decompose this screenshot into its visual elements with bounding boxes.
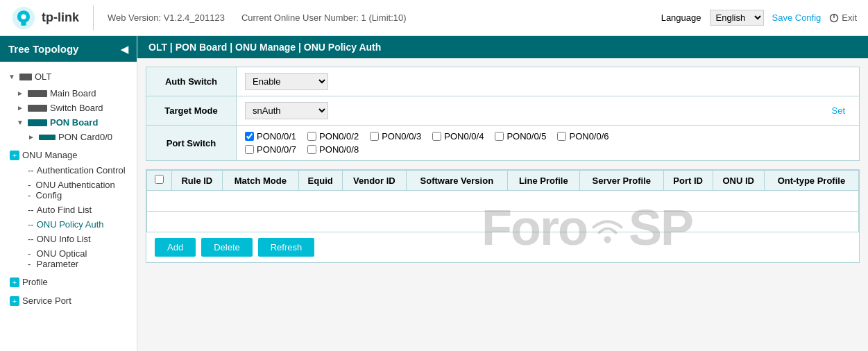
profile-label: Profile [22, 277, 48, 287]
nav-item-auto-find[interactable]: -- Auto Find List [14, 203, 134, 217]
auth-switch-label: Auth Switch [146, 67, 237, 96]
empty-cell [147, 212, 859, 232]
olt-label: OLT [35, 71, 51, 82]
expand-icon-main-board: ► [17, 89, 25, 97]
onu-manage-group: + ONU Manage -- Authentication Control -… [3, 147, 134, 271]
port-check-pon001[interactable]: PON0/0/1 [245, 131, 296, 142]
collapse-icon[interactable]: ◀ [121, 44, 128, 55]
checkbox-pon005[interactable] [495, 132, 504, 141]
nav-item-auth-control[interactable]: -- Authentication Control [14, 163, 134, 178]
th-vendor-id: Vendor ID [342, 171, 406, 191]
refresh-button[interactable]: Refresh [258, 238, 315, 257]
action-bar: Add Delete Refresh [146, 232, 859, 262]
port-checkboxes-row2: PON0/0/7 PON0/0/8 [245, 144, 851, 155]
tree-item-switch-board[interactable]: ► Switch Board [14, 101, 134, 115]
checkbox-pon006[interactable] [557, 132, 566, 141]
checkbox-pon008[interactable] [307, 145, 316, 154]
data-table-wrapper: Foro SP Rule ID Match Mode Equid [146, 169, 860, 263]
table-row [147, 191, 859, 212]
pon-board-icon [28, 119, 47, 126]
port-switch-value-cell: PON0/0/1 PON0/0/2 PON0/0/3 PON0/0/4 [237, 126, 860, 161]
plus-icon-service-port: + [10, 296, 19, 306]
sidebar-title: Tree Topology [8, 43, 78, 55]
tree-item-olt[interactable]: ▼ OLT [3, 67, 134, 86]
tree-item-pon-board[interactable]: ▼ PON Board [14, 115, 134, 130]
expand-icon-pon-card: ► [28, 133, 36, 141]
th-line-profile: Line Profile [507, 171, 579, 191]
checkbox-pon003[interactable] [370, 132, 379, 141]
main-board-icon [28, 90, 47, 97]
expand-icon-switch-board: ► [17, 104, 25, 112]
target-mode-select[interactable]: snAuth macAuth loidAuth [245, 102, 328, 119]
port-checkboxes-row1: PON0/0/1 PON0/0/2 PON0/0/3 PON0/0/4 [245, 131, 851, 142]
onu-manage-subitems: -- Authentication Control -- ONU Authent… [6, 163, 134, 271]
set-link[interactable]: Set [831, 105, 851, 116]
table-body [147, 191, 859, 232]
auth-switch-row: Auth Switch Enable Disable [146, 67, 860, 96]
logo-area: tp-link [11, 6, 94, 31]
language-label: Language [661, 12, 701, 23]
config-form-table: Auth Switch Enable Disable Target Mode [146, 67, 860, 161]
th-match-mode: Match Mode [223, 171, 299, 191]
target-mode-row: Target Mode snAuth macAuth loidAuth Set [146, 96, 860, 126]
expand-icon-pon-board: ▼ [17, 119, 25, 126]
data-table: Rule ID Match Mode Equid Vendor ID Softw… [146, 170, 859, 232]
port-check-pon007[interactable]: PON0/0/7 [245, 144, 296, 155]
nav-dash-auth: -- [28, 165, 34, 176]
online-users: Current Online User Number: 1 (Limit:10) [241, 12, 407, 23]
header-right: Language English Chinese Save Config Exi… [661, 10, 857, 26]
th-software-version: Software Version [407, 171, 508, 191]
language-select[interactable]: English Chinese [710, 10, 764, 26]
th-port-id: Port ID [663, 171, 713, 191]
switch-board-icon [28, 105, 47, 112]
nav-item-onu-info[interactable]: -- ONU Info List [14, 232, 134, 246]
logo-text: tp-link [42, 10, 79, 25]
port-check-pon002[interactable]: PON0/0/2 [307, 131, 359, 142]
olt-board-icon [19, 74, 32, 80]
service-port-group: + Service Port [3, 293, 134, 309]
port-switch-label: Port Switch [146, 126, 237, 161]
exit-button[interactable]: Exit [829, 12, 857, 23]
port-check-pon004[interactable]: PON0/0/4 [432, 131, 484, 142]
checkbox-pon001[interactable] [245, 132, 254, 141]
th-rule-id: Rule ID [171, 171, 222, 191]
nav-dash-onu-auth: -- [28, 180, 33, 200]
checkbox-pon002[interactable] [307, 132, 316, 141]
add-button[interactable]: Add [155, 238, 196, 257]
th-ont-type-profile: Ont-type Profile [764, 171, 858, 191]
port-check-pon006[interactable]: PON0/0/6 [557, 131, 609, 142]
main-board-label: Main Board [50, 88, 96, 99]
save-config-button[interactable]: Save Config [772, 12, 822, 23]
th-onu-id: ONU ID [713, 171, 764, 191]
tree-item-pon-card[interactable]: ► PON Card0/0 [22, 130, 134, 144]
nav-item-onu-auth-config[interactable]: -- ONU Authentication Config [14, 178, 134, 203]
port-check-pon008[interactable]: PON0/0/8 [307, 144, 359, 155]
nav-dash-auto-find: -- [28, 205, 34, 215]
auth-switch-value-cell: Enable Disable [237, 67, 860, 96]
pon-card-icon [39, 135, 56, 140]
port-switch-row: Port Switch PON0/0/1 PON0/0/2 [146, 126, 860, 161]
nav-item-onu-policy[interactable]: -- ONU Policy Auth [14, 217, 134, 232]
olt-children: ► Main Board ► Switch Board ▼ PON Board [3, 86, 134, 144]
nav-item-onu-optical[interactable]: -- ONU Optical Parameter [14, 246, 134, 271]
profile-nav-item[interactable]: + Profile [6, 274, 134, 290]
onu-manage-nav-item[interactable]: + ONU Manage [6, 147, 134, 163]
header: tp-link Web Version: V1.2.4_201123 Curre… [0, 0, 868, 36]
nav-dash-onu-info: -- [28, 234, 34, 244]
tree-content: ▼ OLT ► Main Board ► Switch Board [0, 62, 137, 314]
service-port-nav-item[interactable]: + Service Port [6, 293, 134, 309]
port-check-pon005[interactable]: PON0/0/5 [495, 131, 546, 142]
pon-board-label: PON Board [50, 117, 98, 128]
port-check-pon003[interactable]: PON0/0/3 [370, 131, 421, 142]
header-info: Web Version: V1.2.4_201123 Current Onlin… [108, 12, 661, 23]
target-mode-label: Target Mode [146, 96, 237, 126]
auth-switch-select[interactable]: Enable Disable [245, 73, 328, 90]
select-all-checkbox[interactable] [155, 175, 164, 184]
tp-link-logo-icon [11, 6, 36, 31]
tree-item-main-board[interactable]: ► Main Board [14, 86, 134, 101]
delete-button[interactable]: Delete [201, 238, 253, 257]
target-mode-value-cell: snAuth macAuth loidAuth Set [237, 96, 859, 125]
checkbox-pon007[interactable] [245, 145, 254, 154]
checkbox-pon004[interactable] [432, 132, 441, 141]
web-version: Web Version: V1.2.4_201123 [108, 12, 225, 23]
